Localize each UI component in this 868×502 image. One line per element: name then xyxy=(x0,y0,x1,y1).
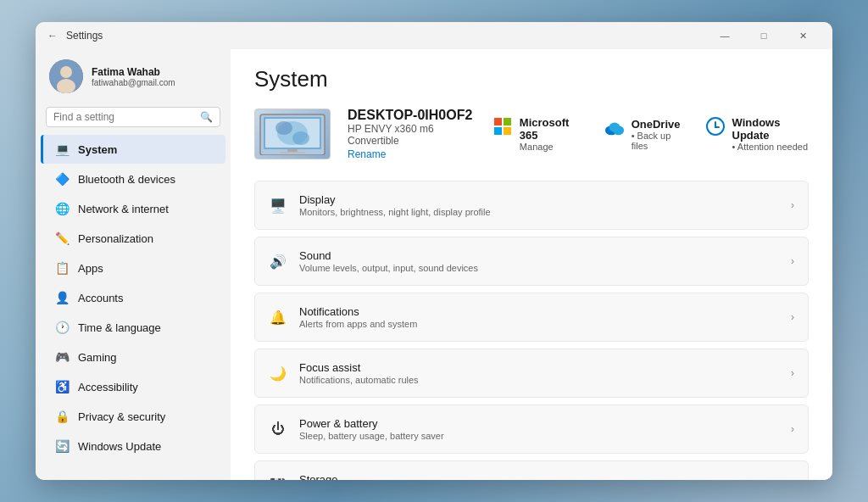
display-chevron: › xyxy=(791,199,794,211)
sidebar-item-label: Gaming xyxy=(78,351,117,364)
device-services: Microsoft 365 Manage xyxy=(492,116,809,152)
user-info: Fatima Wahab fatiwahab@gmail.com xyxy=(92,66,175,87)
system-icon: 💻 xyxy=(54,142,70,157)
accessibility-icon: ♿ xyxy=(54,379,70,394)
sidebar-item-label: Personalization xyxy=(78,232,153,245)
search-input[interactable] xyxy=(53,111,195,123)
device-thumbnail xyxy=(254,109,331,159)
accounts-icon: 👤 xyxy=(54,290,70,305)
search-icon: 🔍 xyxy=(200,111,213,123)
settings-item-storage[interactable]: 💾 Storage Storage space, drives, configu… xyxy=(254,460,809,480)
nav-list: 💻 System🔷 Bluetooth & devices🌐 Network &… xyxy=(36,134,231,461)
sidebar-item-update[interactable]: 🔄 Windows Update xyxy=(41,432,225,460)
onedrive-icon xyxy=(604,118,625,138)
window-title: Settings xyxy=(66,30,705,42)
update-icon: 🔄 xyxy=(54,438,70,454)
svg-rect-9 xyxy=(287,149,298,152)
sidebar-item-bluetooth[interactable]: 🔷 Bluetooth & devices xyxy=(41,165,225,193)
settings-item-focus[interactable]: 🌙 Focus assist Notifications, automatic … xyxy=(254,349,809,398)
settings-item-notifications[interactable]: 🔔 Notifications Alerts from apps and sys… xyxy=(254,293,809,342)
service-windowsupdate-info: Windows Update • Attention needed xyxy=(732,116,809,152)
storage-chevron: › xyxy=(791,479,794,480)
service-windowsupdate-sub: • Attention needed xyxy=(732,142,809,152)
settings-item-display[interactable]: 🖥️ Display Monitors, brightness, night l… xyxy=(254,181,809,230)
sidebar-item-time[interactable]: 🕐 Time & language xyxy=(41,313,225,342)
service-onedrive-name: OneDrive xyxy=(632,118,682,131)
main-content: Fatima Wahab fatiwahab@gmail.com 🔍 💻 Sys… xyxy=(36,49,832,480)
sidebar-item-label: Network & internet xyxy=(78,203,169,215)
sidebar-item-label: System xyxy=(78,143,117,156)
power-title: Power & battery xyxy=(299,417,779,430)
svg-point-1 xyxy=(60,66,72,78)
content-area: System DE xyxy=(231,49,832,480)
power-text: Power & battery Sleep, battery usage, ba… xyxy=(299,417,779,441)
sidebar-item-accounts[interactable]: 👤 Accounts xyxy=(41,283,225,312)
notifications-desc: Alerts from apps and system xyxy=(299,319,779,329)
user-email: fatiwahab@gmail.com xyxy=(92,78,175,87)
sidebar-item-accessibility[interactable]: ♿ Accessibility xyxy=(41,372,225,401)
sound-icon: 🔊 xyxy=(269,252,287,271)
settings-list: 🖥️ Display Monitors, brightness, night l… xyxy=(254,181,809,480)
focus-icon: 🌙 xyxy=(269,364,287,382)
focus-desc: Notifications, automatic rules xyxy=(299,375,779,385)
sound-title: Sound xyxy=(299,249,779,262)
close-button[interactable]: ✕ xyxy=(783,22,822,49)
window-controls: — □ ✕ xyxy=(705,22,822,49)
sidebar-item-network[interactable]: 🌐 Network & internet xyxy=(41,194,225,223)
maximize-button[interactable]: □ xyxy=(744,22,783,49)
sound-desc: Volume levels, output, input, sound devi… xyxy=(299,263,779,273)
svg-rect-11 xyxy=(494,118,502,126)
notifications-chevron: › xyxy=(791,311,794,323)
titlebar: ← Settings — □ ✕ xyxy=(36,22,832,49)
svg-point-7 xyxy=(275,121,292,135)
sidebar-item-label: Accessibility xyxy=(78,381,138,393)
service-onedrive-info: OneDrive • Back up files xyxy=(632,118,682,151)
device-model: HP ENVY x360 m6 Convertible xyxy=(348,123,476,147)
time-icon: 🕐 xyxy=(54,320,70,335)
apps-icon: 📋 xyxy=(54,260,70,276)
sidebar-item-system[interactable]: 💻 System xyxy=(41,135,225,164)
sidebar-item-gaming[interactable]: 🎮 Gaming xyxy=(41,343,225,371)
gaming-icon: 🎮 xyxy=(54,349,70,365)
svg-point-17 xyxy=(609,122,620,131)
sidebar-item-personalization[interactable]: ✏️ Personalization xyxy=(41,224,225,253)
svg-rect-12 xyxy=(504,118,511,126)
sidebar-item-label: Time & language xyxy=(78,321,161,334)
focus-chevron: › xyxy=(791,367,794,379)
focus-title: Focus assist xyxy=(299,361,779,374)
settings-item-sound[interactable]: 🔊 Sound Volume levels, output, input, so… xyxy=(254,237,809,286)
focus-text: Focus assist Notifications, automatic ru… xyxy=(299,361,779,385)
device-rename[interactable]: Rename xyxy=(348,148,476,160)
notifications-icon: 🔔 xyxy=(269,308,287,326)
svg-rect-13 xyxy=(494,127,502,135)
user-name: Fatima Wahab xyxy=(92,66,175,78)
device-name: DESKTOP-0IH0OF2 xyxy=(348,108,476,123)
storage-text: Storage Storage space, drives, configura… xyxy=(299,473,779,480)
svg-rect-14 xyxy=(504,127,511,135)
settings-window: ← Settings — □ ✕ Fatima Wahab xyxy=(36,22,832,480)
microsoft365-icon xyxy=(492,116,513,137)
back-button[interactable]: ← xyxy=(46,29,59,42)
avatar xyxy=(49,59,83,93)
bluetooth-icon: 🔷 xyxy=(54,171,70,187)
settings-item-power[interactable]: ⏻ Power & battery Sleep, battery usage, … xyxy=(254,404,809,454)
sidebar-item-label: Accounts xyxy=(78,292,123,304)
storage-title: Storage xyxy=(299,473,779,480)
sidebar-item-apps[interactable]: 📋 Apps xyxy=(41,254,225,282)
sidebar-item-label: Windows Update xyxy=(78,440,161,453)
service-onedrive[interactable]: OneDrive • Back up files xyxy=(604,118,682,151)
service-windowsupdate[interactable]: Windows Update • Attention needed xyxy=(705,116,809,152)
power-desc: Sleep, battery usage, battery saver xyxy=(299,431,779,441)
notifications-text: Notifications Alerts from apps and syste… xyxy=(299,305,779,329)
minimize-button[interactable]: — xyxy=(705,22,744,49)
svg-rect-10 xyxy=(280,152,305,153)
personalization-icon: ✏️ xyxy=(54,231,70,246)
sidebar: Fatima Wahab fatiwahab@gmail.com 🔍 💻 Sys… xyxy=(36,49,231,480)
sidebar-item-privacy[interactable]: 🔒 Privacy & security xyxy=(41,402,225,431)
power-icon: ⏻ xyxy=(269,420,287,438)
sidebar-item-label: Privacy & security xyxy=(78,410,165,423)
sound-chevron: › xyxy=(791,255,794,267)
service-microsoft365[interactable]: Microsoft 365 Manage xyxy=(492,116,581,152)
service-onedrive-sub: • Back up files xyxy=(632,131,682,151)
power-chevron: › xyxy=(791,423,794,435)
